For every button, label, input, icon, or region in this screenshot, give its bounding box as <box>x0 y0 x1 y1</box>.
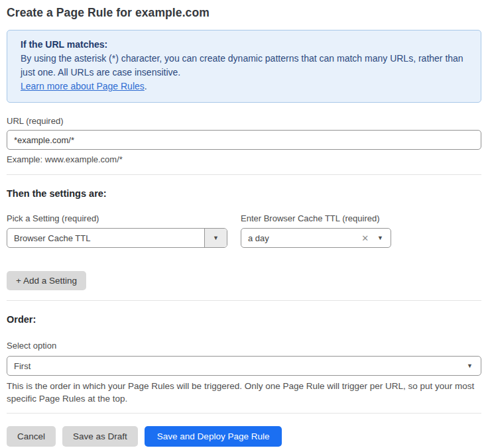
info-box-heading: If the URL matches: <box>21 38 467 52</box>
ttl-select-group: Enter Browser Cache TTL (required) a day… <box>241 213 391 248</box>
ttl-select-label: Enter Browser Cache TTL (required) <box>241 213 391 223</box>
page-rule-form: Create a Page Rule for example.com If th… <box>0 0 488 447</box>
order-helper-text: This is the order in which your Page Rul… <box>7 380 481 405</box>
chevron-down-icon: ▼ <box>467 363 473 369</box>
url-example-text: Example: www.example.com/* <box>7 154 481 164</box>
ttl-select-icons: ✕ ▼ <box>361 229 391 247</box>
clear-icon[interactable]: ✕ <box>361 234 369 243</box>
add-setting-button[interactable]: + Add a Setting <box>7 271 86 290</box>
order-select[interactable]: First ▼ <box>7 356 481 376</box>
ttl-select[interactable]: a day ✕ ▼ <box>241 228 391 248</box>
form-actions: Cancel Save as Draft Save and Deploy Pag… <box>7 426 481 447</box>
learn-more-link[interactable]: Learn more about Page Rules <box>21 81 145 91</box>
settings-section-heading: Then the settings are: <box>7 188 481 199</box>
order-select-arrow: ▼ <box>467 357 481 375</box>
setting-select[interactable]: Browser Cache TTL ▼ <box>7 228 227 248</box>
info-box-link-line: Learn more about Page Rules. <box>21 80 467 93</box>
divider <box>7 300 481 301</box>
save-as-draft-button[interactable]: Save as Draft <box>62 426 138 447</box>
order-select-value: First <box>7 357 467 375</box>
url-match-info-box: If the URL matches: By using the asteris… <box>7 30 481 103</box>
link-period: . <box>145 81 147 91</box>
ttl-select-value: a day <box>241 229 361 247</box>
url-input[interactable] <box>7 130 481 150</box>
divider <box>7 174 481 175</box>
setting-select-value: Browser Cache TTL <box>7 229 204 247</box>
save-and-deploy-button[interactable]: Save and Deploy Page Rule <box>145 426 282 447</box>
page-title: Create a Page Rule for example.com <box>7 6 481 20</box>
url-field-label: URL (required) <box>7 116 481 126</box>
setting-select-arrow-button[interactable]: ▼ <box>204 229 227 247</box>
order-section-heading: Order: <box>7 314 481 325</box>
divider <box>7 413 481 414</box>
settings-row: Pick a Setting (required) Browser Cache … <box>7 213 481 248</box>
setting-select-label: Pick a Setting (required) <box>7 213 227 223</box>
order-select-label: Select option <box>7 341 481 351</box>
setting-select-group: Pick a Setting (required) Browser Cache … <box>7 213 227 248</box>
chevron-down-icon: ▼ <box>377 235 383 241</box>
cancel-button[interactable]: Cancel <box>7 426 56 447</box>
info-box-body: By using the asterisk (*) character, you… <box>21 52 467 80</box>
chevron-down-icon: ▼ <box>213 235 219 241</box>
